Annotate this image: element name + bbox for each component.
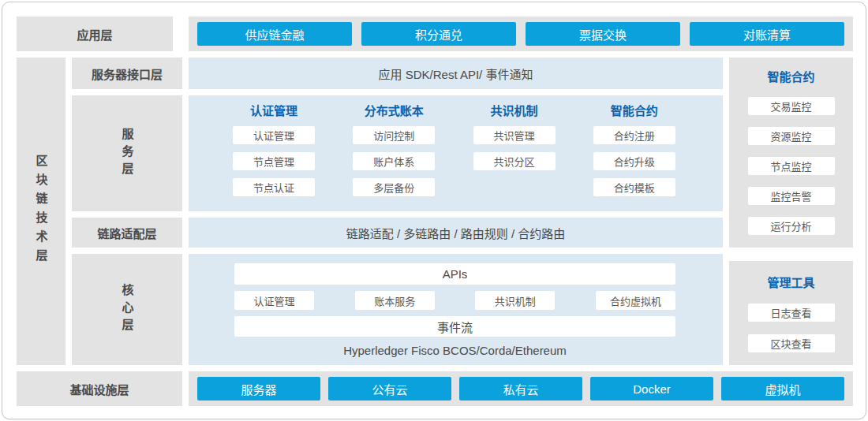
service-column-smart-contract: 智能合约 合约注册 合约升级 合约模板 [574,103,694,211]
link-adapter-band: 链路适配 / 多链路由 / 路由规则 / 合约路由 [189,218,723,248]
node-points-exchange: 积分通兑 [361,22,516,46]
service-column-title: 认证管理 [250,103,297,119]
node-monitor-alarm: 监控告警 [748,187,835,205]
infra-layer-label: 基础设施层 [17,371,182,406]
service-column-ledger: 分布式账本 访问控制 账户体系 多层备份 [334,103,454,211]
node-core-auth-management: 认证管理 [234,291,314,310]
node-account-system: 账户体系 [353,152,435,170]
blockchain-tech-layer-label-text: 区块链技术层 [33,155,50,268]
diagram-frame: 应用层 供应链金融 积分通兑 票据交换 对账清算 区块链技术层 服务器接口层 应… [2,2,866,419]
node-docker: Docker [590,377,713,401]
node-multilayer-backup: 多层备份 [353,178,435,196]
link-adapter-layer-label: 链路适配层 [72,218,182,248]
service-layer-label-text: 服务层 [119,128,136,180]
service-column-consensus: 共识机制 共识管理 共识分区 [455,103,574,211]
core-chips-row: 认证管理 账本服务 共识机制 合约虚拟机 [234,291,675,310]
node-contract-register: 合约注册 [593,126,675,144]
node-contract-template: 合约模板 [593,178,675,196]
apis-bar: APIs [234,263,675,285]
node-supply-chain-finance: 供应链金融 [197,22,352,46]
node-server: 服务器 [197,377,320,401]
service-column-title: 分布式账本 [365,103,424,119]
management-tools-panel: 管理工具 日志查看 区块查看 [729,261,853,365]
platforms-text: Hyperledger Fisco BCOS/Corda/Ethereum [234,344,675,357]
node-block-viewer: 区块查看 [748,334,835,352]
blockchain-tech-layer-label: 区块链技术层 [17,58,65,365]
node-contract-vm: 合约虚拟机 [596,291,675,310]
core-layer-panel: APIs 认证管理 账本服务 共识机制 合约虚拟机 事件流 Hyperledge… [189,254,723,365]
node-private-cloud: 私有云 [459,377,582,401]
service-column-auth: 认证管理 认证管理 节点管理 节点认证 [214,103,334,211]
node-transaction-monitor: 交易监控 [748,97,835,115]
node-ledger-service: 账本服务 [355,291,435,310]
node-node-monitor: 节点监控 [748,157,835,175]
service-column-title: 共识机制 [491,103,538,119]
node-resource-monitor: 资源监控 [748,127,835,145]
node-consensus-mechanism: 共识机制 [475,291,555,310]
node-bill-exchange: 票据交换 [526,22,680,46]
node-reconciliation-clearing: 对账清算 [690,22,844,46]
management-tools-panel-title: 管理工具 [767,275,814,291]
node-public-cloud: 公有云 [328,377,451,401]
node-node-management: 节点管理 [233,152,315,170]
app-layer-band: 供应链金融 积分通兑 票据交换 对账清算 [189,17,853,51]
app-layer-label: 应用层 [17,17,173,51]
service-column-title: 智能合约 [611,103,658,119]
node-consensus-management: 共识管理 [473,126,556,144]
node-operation-analysis: 运行分析 [748,217,835,235]
sdk-api-band: 应用 SDK/Rest API/ 事件通知 [189,58,723,89]
diagram-canvas: 应用层 供应链金融 积分通兑 票据交换 对账清算 区块链技术层 服务器接口层 应… [0,0,868,421]
infra-layer-band: 服务器 公有云 私有云 Docker 虚拟机 [189,371,853,406]
node-consensus-partition: 共识分区 [473,152,556,170]
node-log-viewer: 日志查看 [748,304,835,322]
event-stream-bar: 事件流 [234,316,675,337]
node-virtual-machine: 虚拟机 [721,377,844,401]
server-interface-layer-label: 服务器接口层 [72,58,182,89]
node-auth-management: 认证管理 [233,126,315,144]
node-node-authentication: 节点认证 [233,178,315,196]
node-contract-upgrade: 合约升级 [593,152,675,170]
core-layer-label-text: 核心层 [119,284,136,336]
core-layer-label: 核心层 [72,254,182,365]
smart-contract-panel-title: 智能合约 [767,69,814,85]
service-layer-label: 服务层 [72,95,182,211]
service-layer-panel: 认证管理 认证管理 节点管理 节点认证 分布式账本 访问控制 账户体系 多层备份… [189,95,723,211]
node-access-control: 访问控制 [353,126,435,144]
smart-contract-panel: 智能合约 交易监控 资源监控 节点监控 监控告警 运行分析 [729,58,853,248]
